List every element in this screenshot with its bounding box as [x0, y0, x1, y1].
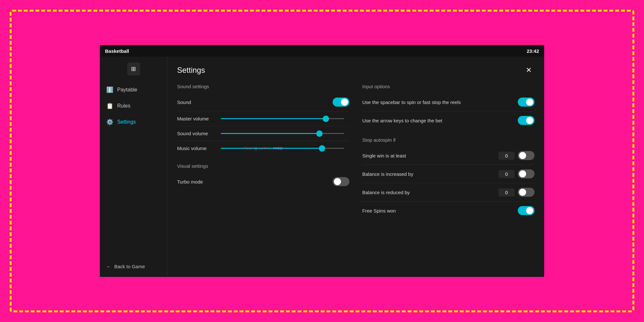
- spacebar-toggle[interactable]: [518, 98, 535, 107]
- paytable-label: Paytable: [117, 87, 137, 93]
- master-volume-row: Master volume: [177, 111, 349, 126]
- paytable-icon: ℹ️: [106, 86, 113, 93]
- back-label: Back to Game: [114, 264, 145, 269]
- back-icon: ←: [106, 264, 111, 269]
- master-volume-slider[interactable]: [221, 118, 344, 119]
- input-section-title: Input options: [362, 84, 535, 89]
- single-win-toggle[interactable]: [518, 151, 535, 160]
- music-volume-row: Music volume PLAY: [177, 141, 349, 156]
- single-win-label: Single win is at least: [362, 153, 406, 158]
- master-volume-thumb[interactable]: [323, 116, 329, 122]
- outer-border: Basketball 23:42 ⊞ ℹ️ Paytable 📋 Rules ⚙…: [10, 10, 634, 312]
- rules-icon: 📋: [106, 102, 113, 109]
- visual-section-title: Visual settings: [177, 163, 349, 169]
- logo-icon: ⊞: [131, 65, 136, 72]
- arrow-keys-label: Use the arrow keys to change the bet: [362, 117, 442, 124]
- music-volume-label: Music volume: [177, 146, 216, 151]
- game-title: Basketball: [105, 48, 129, 54]
- visual-section: Visual settings Turbo mode: [177, 163, 349, 191]
- top-bar: Basketball 23:42: [100, 45, 544, 57]
- sound-section: Sound settings Sound Master volume: [177, 84, 349, 156]
- clock: 23:42: [527, 48, 539, 54]
- turbo-mode-row: Turbo mode: [177, 173, 349, 191]
- sidebar: ⊞ ℹ️ Paytable 📋 Rules ⚙️ Settings ← Back…: [100, 57, 167, 277]
- single-win-value: 0: [498, 152, 515, 160]
- back-to-game-button[interactable]: ← Back to Game: [100, 259, 167, 274]
- music-volume-fill: [221, 148, 322, 149]
- single-win-row: Single win is at least 0: [362, 147, 535, 165]
- free-spins-toggle[interactable]: [518, 206, 535, 215]
- spacebar-label: Use the spacebar to spin or fast stop th…: [362, 99, 461, 106]
- settings-nav-label: Settings: [117, 119, 136, 125]
- sound-volume-label: Sound volume: [177, 131, 216, 136]
- master-volume-label: Master volume: [177, 116, 216, 121]
- music-volume-slider[interactable]: [221, 148, 344, 149]
- balance-reduced-label: Balance is reduced by: [362, 190, 410, 195]
- balance-reduced-row: Balance is reduced by 0: [362, 183, 535, 202]
- free-spins-label: Free Spins won: [362, 208, 401, 213]
- balance-increased-controls: 0: [498, 169, 535, 178]
- balance-reduced-controls: 0: [498, 188, 535, 197]
- settings-title: Settings: [177, 66, 205, 75]
- free-spins-row: Free Spins won: [362, 202, 535, 220]
- sound-volume-track: [221, 133, 344, 134]
- settings-panel: Settings ✕ Sound settings Sound: [167, 57, 544, 277]
- sound-volume-slider[interactable]: [221, 133, 344, 134]
- settings-columns: Sound settings Sound Master volume: [177, 84, 535, 227]
- sidebar-item-settings[interactable]: ⚙️ Settings: [100, 114, 167, 130]
- sidebar-item-rules[interactable]: 📋 Rules: [100, 98, 167, 114]
- right-column: Input options Use the spacebar to spin o…: [362, 84, 535, 227]
- sound-row: Sound: [177, 93, 349, 111]
- master-volume-fill: [221, 118, 326, 119]
- single-win-controls: 0: [498, 151, 535, 160]
- sound-toggle[interactable]: [333, 98, 349, 107]
- sound-label: Sound: [177, 99, 216, 105]
- autostop-section: Stop autospin if Single win is at least …: [362, 137, 535, 220]
- balance-increased-row: Balance is increased by 0: [362, 165, 535, 183]
- close-button[interactable]: ✕: [523, 64, 535, 76]
- balance-reduced-value: 0: [498, 188, 515, 196]
- turbo-mode-label: Turbo mode: [177, 179, 216, 185]
- arrow-keys-toggle[interactable]: [518, 116, 535, 125]
- settings-header: Settings ✕: [177, 64, 535, 76]
- arrow-keys-row: Use the arrow keys to change the bet: [362, 111, 535, 129]
- rules-label: Rules: [117, 103, 130, 109]
- left-column: Sound settings Sound Master volume: [177, 84, 349, 227]
- autostop-section-title: Stop autospin if: [362, 137, 535, 143]
- sound-volume-fill: [221, 133, 319, 134]
- settings-icon: ⚙️: [106, 118, 113, 126]
- spacebar-row: Use the spacebar to spin or fast stop th…: [362, 93, 535, 111]
- sound-volume-row: Sound volume: [177, 126, 349, 141]
- logo-button[interactable]: ⊞: [127, 62, 140, 75]
- main-content: ⊞ ℹ️ Paytable 📋 Rules ⚙️ Settings ← Back…: [100, 57, 544, 277]
- balance-increased-toggle[interactable]: [518, 169, 535, 178]
- balance-increased-label: Balance is increased by: [362, 171, 413, 177]
- input-section: Input options Use the spacebar to spin o…: [362, 84, 535, 129]
- game-window: Basketball 23:42 ⊞ ℹ️ Paytable 📋 Rules ⚙…: [100, 45, 544, 277]
- sidebar-item-paytable[interactable]: ℹ️ Paytable: [100, 82, 167, 98]
- music-volume-track: [221, 148, 344, 149]
- close-icon: ✕: [526, 66, 532, 74]
- sound-section-title: Sound settings: [177, 84, 349, 89]
- turbo-mode-toggle[interactable]: [333, 177, 349, 186]
- balance-increased-value: 0: [498, 170, 515, 178]
- music-volume-thumb[interactable]: [319, 145, 325, 152]
- sound-volume-thumb[interactable]: [316, 130, 323, 137]
- master-volume-track: [221, 118, 344, 119]
- balance-reduced-toggle[interactable]: [518, 188, 535, 197]
